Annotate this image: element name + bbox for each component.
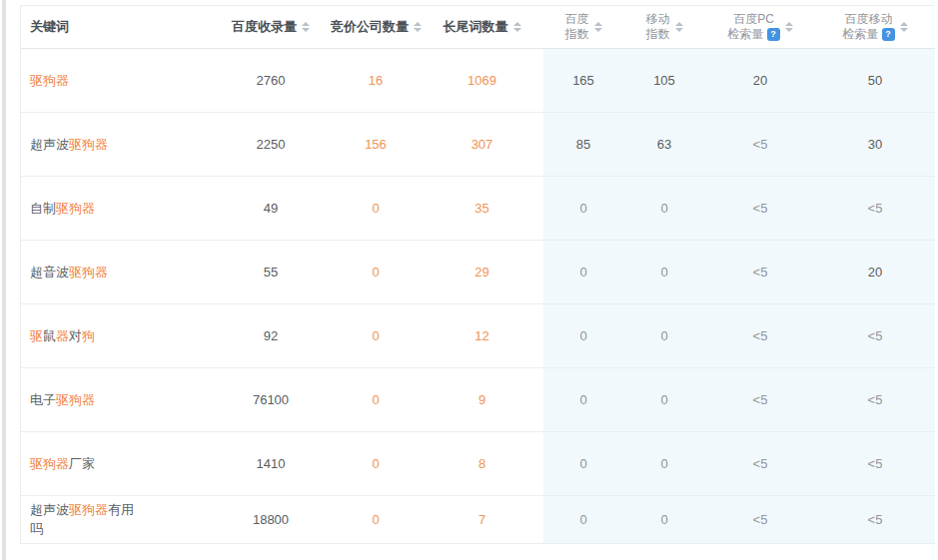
baidu-included-value: 55 <box>211 240 331 303</box>
longtail-words-link[interactable]: 8 <box>421 431 543 495</box>
column-header-longtail-words[interactable]: 长尾词数量 <box>421 6 543 48</box>
help-icon[interactable]: ? <box>882 28 895 41</box>
baidu-mobile-search-header-label: 百度移动 检索量 ? <box>843 12 895 42</box>
mobile-index-value: 0 <box>623 176 705 240</box>
sort-icon[interactable] <box>513 22 521 32</box>
baidu-included-value: 92 <box>211 303 331 367</box>
keyword-highlighted-segment: 驱狗器 <box>56 392 95 407</box>
keyword-cell: 电子驱狗器 <box>21 367 211 431</box>
baidu-mobile-search-value: 30 <box>815 112 935 176</box>
mobile-index-value: 105 <box>623 48 705 112</box>
longtail-words-link[interactable]: 12 <box>421 303 543 367</box>
baidu-included-header-label: 百度收录量 <box>232 18 297 36</box>
longtail-words-link[interactable]: 307 <box>421 112 543 176</box>
baidu-pc-search-value: <5 <box>705 495 815 543</box>
column-header-baidu-mobile-search[interactable]: 百度移动 检索量 ? <box>815 6 935 48</box>
page-left-scrollbar[interactable] <box>2 0 6 560</box>
longtail-words-link[interactable]: 7 <box>421 495 543 543</box>
baidu-pc-search-value: <5 <box>705 112 815 176</box>
bidding-companies-link[interactable]: 0 <box>331 367 421 431</box>
sort-icon[interactable] <box>302 22 310 32</box>
keyword-highlighted-segment: 驱狗器 <box>69 137 108 152</box>
bidding-companies-link[interactable]: 0 <box>331 240 421 303</box>
column-header-keyword: 关键词 <box>21 6 211 48</box>
baidu-mobile-search-value: <5 <box>815 495 935 543</box>
mobile-index-value: 0 <box>623 303 705 367</box>
keyword-header-label: 关键词 <box>30 19 69 34</box>
bidding-companies-link[interactable]: 0 <box>331 176 421 240</box>
baidu-index-value: 165 <box>543 48 623 112</box>
table-row: 驱狗器 2760 16 1069 165 105 20 50 <box>21 48 935 112</box>
keyword-link[interactable]: 超声波驱狗器有用吗 <box>30 500 142 538</box>
bidding-companies-link[interactable]: 0 <box>331 495 421 543</box>
column-header-baidu-index[interactable]: 百度 指数 <box>543 6 623 48</box>
help-icon[interactable]: ? <box>767 28 780 41</box>
sort-icon[interactable] <box>414 22 422 32</box>
baidu-index-value: 0 <box>543 176 623 240</box>
keyword-link[interactable]: 驱狗器厂家 <box>30 454 95 473</box>
baidu-index-header-label: 百度 指数 <box>565 12 589 42</box>
table-row: 自制驱狗器 49 0 35 0 0 <5 <5 <box>21 176 935 240</box>
keyword-link[interactable]: 超音波驱狗器 <box>30 263 108 281</box>
table-row: 驱鼠器对狗 92 0 12 0 0 <5 <5 <box>21 303 935 367</box>
keyword-link[interactable]: 自制驱狗器 <box>30 199 95 218</box>
keyword-cell: 超声波驱狗器有用吗 <box>21 495 211 543</box>
keyword-cell: 驱狗器厂家 <box>21 431 211 495</box>
keyword-link[interactable]: 超声波驱狗器 <box>30 135 108 154</box>
keyword-highlighted-segment: 驱狗器 <box>69 502 108 517</box>
keyword-metrics-table: 关键词 百度收录量 竞价公司数量 <box>21 6 935 544</box>
baidu-included-value: 2760 <box>211 48 331 112</box>
column-header-mobile-index[interactable]: 移动 指数 <box>623 6 705 48</box>
baidu-index-value: 0 <box>543 303 623 367</box>
keyword-link[interactable]: 驱鼠器对狗 <box>30 326 95 345</box>
column-header-baidu-pc-search[interactable]: 百度PC 检索量 ? <box>705 6 815 48</box>
longtail-words-link[interactable]: 35 <box>421 176 543 240</box>
bidding-companies-link[interactable]: 0 <box>331 431 421 495</box>
baidu-index-value: 85 <box>543 112 623 176</box>
keyword-link[interactable]: 驱狗器 <box>30 71 69 90</box>
sort-icon[interactable] <box>675 22 683 32</box>
longtail-words-link[interactable]: 1069 <box>421 48 543 112</box>
table-row: 超音波驱狗器 55 0 29 0 0 <5 20 <box>21 240 935 303</box>
column-header-bidding-companies[interactable]: 竞价公司数量 <box>331 6 421 48</box>
baidu-pc-search-value: <5 <box>705 176 815 240</box>
keyword-highlighted-segment: 驱狗器 <box>30 456 69 471</box>
keyword-highlighted-segment: 驱狗器 <box>69 265 108 280</box>
baidu-mobile-search-value: <5 <box>815 176 935 240</box>
keyword-plain-segment: 对 <box>69 328 82 343</box>
baidu-mobile-search-value: 50 <box>815 48 935 112</box>
table-header-row: 关键词 百度收录量 竞价公司数量 <box>21 6 935 48</box>
mobile-index-header-label: 移动 指数 <box>646 12 670 42</box>
baidu-included-value: 1410 <box>211 431 331 495</box>
bidding-companies-link[interactable]: 16 <box>331 48 421 112</box>
keyword-cell: 自制驱狗器 <box>21 176 211 240</box>
column-header-baidu-included[interactable]: 百度收录量 <box>211 6 331 48</box>
baidu-mobile-search-value: <5 <box>815 367 935 431</box>
baidu-mobile-search-value: 20 <box>815 240 935 303</box>
bidding-companies-link[interactable]: 0 <box>331 303 421 367</box>
bidding-companies-header-label: 竞价公司数量 <box>331 18 409 36</box>
keyword-cell: 超音波驱狗器 <box>21 240 211 303</box>
baidu-included-value: 49 <box>211 176 331 240</box>
table-row: 超声波驱狗器有用吗 18800 0 7 0 0 <5 <5 <box>21 495 935 543</box>
baidu-mobile-search-value: <5 <box>815 303 935 367</box>
keyword-link[interactable]: 电子驱狗器 <box>30 390 95 409</box>
baidu-index-value: 0 <box>543 431 623 495</box>
sort-icon[interactable] <box>785 22 793 32</box>
keyword-highlighted-segment: 器 <box>56 328 69 343</box>
longtail-words-link[interactable]: 29 <box>421 240 543 303</box>
keyword-highlighted-segment: 狗 <box>82 328 95 343</box>
keyword-plain-segment: 超音波 <box>30 265 69 280</box>
bidding-companies-link[interactable]: 156 <box>331 112 421 176</box>
sort-icon[interactable] <box>594 22 602 32</box>
sort-icon[interactable] <box>900 22 908 32</box>
keyword-plain-segment: 电子 <box>30 392 56 407</box>
mobile-index-value: 63 <box>623 112 705 176</box>
keyword-research-page: 关键词 百度收录量 竞价公司数量 <box>0 0 938 560</box>
longtail-words-header-label: 长尾词数量 <box>444 18 508 36</box>
keyword-cell: 超声波驱狗器 <box>21 112 211 176</box>
keyword-highlighted-segment: 驱狗器 <box>30 73 69 88</box>
longtail-words-link[interactable]: 9 <box>421 367 543 431</box>
table-body: 驱狗器 2760 16 1069 165 105 20 50 超声波驱狗器 22… <box>21 48 935 543</box>
mobile-index-value: 0 <box>623 367 705 431</box>
